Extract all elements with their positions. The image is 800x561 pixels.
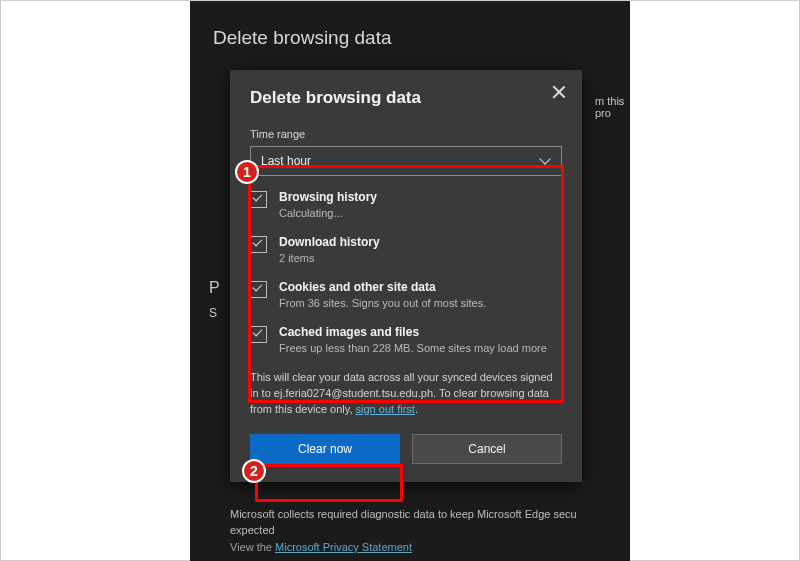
item-sub: From 36 sites. Signs you out of most sit… [279, 297, 486, 309]
time-range-value: Last hour [261, 154, 311, 168]
item-title: Browsing history [279, 190, 377, 204]
chevron-down-icon [541, 156, 551, 166]
sync-disclaimer: This will clear your data across all you… [250, 370, 562, 418]
checkbox-cookies[interactable] [250, 281, 267, 298]
item-title: Cookies and other site data [279, 280, 486, 294]
cancel-button[interactable]: Cancel [412, 434, 562, 464]
privacy-statement-link[interactable]: Microsoft Privacy Statement [275, 541, 412, 553]
item-sub: 2 items [279, 252, 380, 264]
item-sub: Calculating... [279, 207, 377, 219]
checkbox-browsing-history[interactable] [250, 191, 267, 208]
privacy-link-line: View the Microsoft Privacy Statement [230, 541, 412, 553]
page-title: Delete browsing data [213, 27, 392, 49]
obscured-heading-p: P [209, 279, 220, 297]
diagnostic-text: Microsoft collects required diagnostic d… [230, 507, 577, 539]
time-range-label: Time range [250, 128, 562, 140]
viewport-frame: Delete browsing data m this pro P S Micr… [0, 0, 800, 561]
obscured-heading-s: S [209, 306, 217, 320]
item-download-history: Download history 2 items [250, 235, 562, 264]
item-title: Download history [279, 235, 380, 249]
diag-line-2: expected [230, 524, 275, 536]
obscured-text: m this pro [595, 95, 630, 119]
item-title: Cached images and files [279, 325, 547, 339]
item-browsing-history: Browsing history Calculating... [250, 190, 562, 219]
item-cached: Cached images and files Frees up less th… [250, 325, 562, 354]
disclaimer-post: . [415, 403, 418, 415]
delete-browsing-data-dialog: Delete browsing data Time range Last hou… [230, 70, 582, 482]
privacy-prefix: View the [230, 541, 275, 553]
item-cookies: Cookies and other site data From 36 site… [250, 280, 562, 309]
sign-out-first-link[interactable]: sign out first [356, 403, 415, 415]
close-icon[interactable] [550, 84, 568, 102]
dialog-title: Delete browsing data [250, 88, 562, 108]
data-type-list: Browsing history Calculating... Download… [250, 190, 562, 354]
time-range-select[interactable]: Last hour [250, 146, 562, 176]
checkbox-cached[interactable] [250, 326, 267, 343]
clear-now-button[interactable]: Clear now [250, 434, 400, 464]
checkbox-download-history[interactable] [250, 236, 267, 253]
dialog-buttons: Clear now Cancel [250, 434, 562, 464]
item-sub: Frees up less than 228 MB. Some sites ma… [279, 342, 547, 354]
diag-line-1: Microsoft collects required diagnostic d… [230, 508, 577, 520]
